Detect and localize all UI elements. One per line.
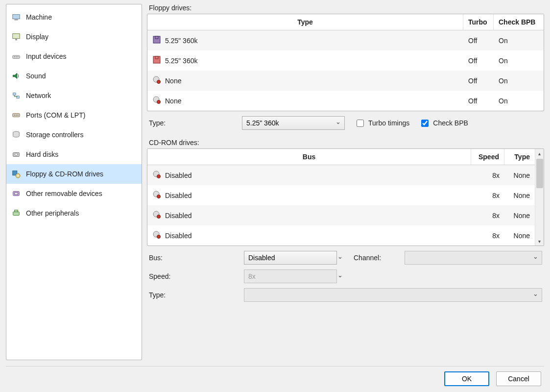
floppy-type-select[interactable]: 5.25" 360k (242, 116, 345, 130)
none-icon (152, 210, 161, 220)
floppy-a-icon (152, 35, 161, 46)
sidebar-item-label: Ports (COM & LPT) (26, 111, 136, 119)
none-icon (152, 170, 161, 180)
cdrom-row[interactable]: Disabled 8x None (147, 205, 535, 225)
cdrom-row-bus: Disabled (165, 192, 191, 199)
floppy-row-turbo: Off (463, 52, 494, 70)
input-icon (11, 51, 21, 61)
floppy-row[interactable]: 5.25" 360k Off On (147, 30, 544, 50)
floppy-b-icon (152, 55, 161, 66)
scroll-up-icon[interactable]: ▴ (535, 149, 544, 158)
floppy-drives-label: Floppy drives: (149, 4, 544, 12)
cdrom-row-bus: Disabled (165, 172, 191, 179)
floppy-row-check-bpb: On (494, 32, 544, 49)
none-icon (152, 96, 161, 106)
cdrom-bus-select[interactable]: Disabled (244, 251, 337, 265)
cdrom-drives-list[interactable]: Bus Speed Type Disabled 8x None (147, 148, 544, 246)
cdrom-row-type: None (504, 227, 535, 245)
floppy-row[interactable]: None Off On (147, 71, 544, 91)
svg-rect-2 (13, 34, 20, 39)
column-header-bus[interactable]: Bus (147, 149, 471, 165)
check-bpb-checkbox[interactable]: Check BPB (419, 118, 468, 128)
floppy-cd-icon (11, 169, 21, 179)
sidebar-item-display[interactable]: Display (6, 27, 142, 47)
scroll-thumb[interactable] (536, 159, 543, 188)
svg-point-6 (16, 56, 17, 57)
ok-button[interactable]: OK (444, 371, 489, 386)
floppy-drives-list[interactable]: Type Turbo Check BPB 5.25" 360k Off On 5… (147, 14, 544, 111)
svg-rect-0 (13, 15, 20, 19)
sidebar-item-machine[interactable]: Machine (6, 7, 142, 27)
floppy-row[interactable]: None Off On (147, 91, 544, 111)
svg-rect-22 (14, 193, 18, 195)
sidebar-item-input-devices[interactable]: Input devices (6, 47, 142, 66)
turbo-timings-label: Turbo timings (368, 119, 409, 127)
none-icon (152, 75, 161, 86)
floppy-detail-row: Type: 5.25" 360k Turbo timings Check BPB (149, 116, 542, 130)
column-header-check-bpb[interactable]: Check BPB (494, 14, 544, 30)
periph-icon (11, 208, 21, 218)
sidebar-item-other-peripherals[interactable]: Other peripherals (6, 203, 142, 223)
sidebar-item-ports[interactable]: Ports (COM & LPT) (6, 105, 142, 125)
sidebar-item-sound[interactable]: Sound (6, 66, 142, 86)
cdrom-drives-label: CD-ROM drives: (149, 139, 544, 147)
cdrom-type-select (244, 288, 542, 302)
cdrom-detail-grid: Bus: Disabled Channel: Speed: 8x Type: (149, 251, 542, 302)
network-icon (11, 91, 21, 100)
check-bpb-label: Check BPB (433, 119, 468, 127)
column-header-speed[interactable]: Speed (471, 149, 504, 165)
svg-point-36 (157, 195, 161, 198)
dialog-body: Machine Display Input devices Sound Netw… (6, 4, 544, 360)
turbo-timings-checkbox[interactable]: Turbo timings (355, 118, 409, 128)
column-header-type[interactable]: Type (504, 149, 535, 165)
sidebar-item-network[interactable]: Network (6, 86, 142, 105)
none-icon (152, 190, 161, 200)
removable-icon (11, 189, 21, 198)
right-pane: Floppy drives: Type Turbo Check BPB 5.25… (147, 4, 544, 360)
column-header-type[interactable]: Type (147, 14, 463, 30)
sidebar-item-label: Other removable devices (26, 190, 136, 197)
turbo-timings-input[interactable] (357, 120, 364, 127)
cdrom-row-type: None (504, 187, 535, 204)
svg-rect-9 (13, 93, 16, 96)
sidebar-item-floppy-cd[interactable]: Floppy & CD-ROM drives (6, 164, 142, 184)
cdrom-scrollbar[interactable]: ▴ ▾ (535, 149, 544, 245)
cdrom-row-type: None (504, 167, 535, 184)
cdrom-list-header: Bus Speed Type (147, 149, 535, 165)
sidebar-item-label: Network (26, 92, 136, 99)
ports-icon (11, 110, 21, 120)
cdrom-row[interactable]: Disabled 8x None (147, 165, 535, 185)
floppy-row[interactable]: 5.25" 360k Off On (147, 50, 544, 71)
sidebar-item-other-removable[interactable]: Other removable devices (6, 184, 142, 203)
cdrom-row-speed: 8x (471, 187, 504, 204)
display-icon (11, 32, 21, 42)
svg-marker-8 (13, 74, 17, 79)
settings-dialog: Machine Display Input devices Sound Netw… (0, 0, 550, 392)
sidebar-item-storage[interactable]: Storage controllers (6, 125, 142, 145)
cdrom-row[interactable]: Disabled 8x None (147, 225, 535, 245)
cdrom-row-speed: 8x (471, 167, 504, 184)
floppy-row-turbo: Off (463, 32, 494, 49)
svg-rect-3 (15, 39, 17, 41)
machine-icon (11, 12, 21, 22)
check-bpb-input[interactable] (421, 120, 429, 127)
svg-point-7 (18, 56, 19, 57)
floppy-type-label: Type: (149, 119, 237, 127)
column-header-turbo[interactable]: Turbo (463, 14, 494, 30)
cdrom-row-speed: 8x (471, 227, 504, 245)
cdrom-type-label: Type: (149, 291, 237, 299)
svg-point-20 (17, 175, 19, 176)
svg-rect-28 (155, 56, 158, 59)
cdrom-row[interactable]: Disabled 8x None (147, 185, 535, 205)
floppy-row-turbo: Off (463, 92, 494, 110)
svg-point-30 (157, 80, 161, 84)
floppy-row-type: 5.25" 360k (165, 57, 197, 65)
scroll-down-icon[interactable]: ▾ (535, 237, 544, 245)
sidebar-item-label: Display (26, 33, 136, 41)
sidebar-item-label: Other peripherals (26, 209, 136, 217)
sidebar-item-hard-disks[interactable]: Hard disks (6, 145, 142, 164)
cdrom-row-type: None (504, 207, 535, 224)
cancel-button[interactable]: Cancel (496, 371, 541, 386)
floppy-row-turbo: Off (463, 72, 494, 90)
sidebar-item-label: Sound (26, 72, 136, 80)
